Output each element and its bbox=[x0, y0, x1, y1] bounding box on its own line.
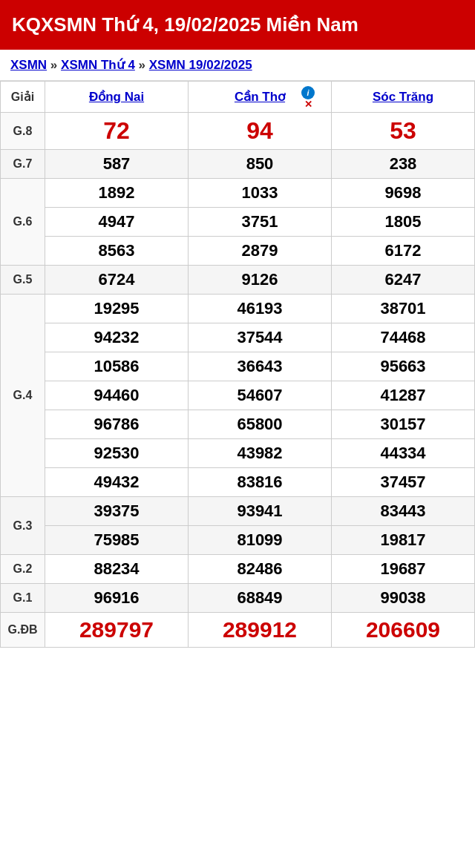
table-row-g6-1: G.6 1892 1033 9698 bbox=[1, 179, 475, 208]
gdb-dong-nai: 289797 bbox=[45, 613, 189, 648]
g4-dong-nai-5: 96786 bbox=[45, 410, 189, 439]
close-icon[interactable]: ✕ bbox=[301, 99, 315, 109]
table-row-g3-1: G.3 39375 93941 83443 bbox=[1, 497, 475, 526]
table-row-g4-4: 94460 54607 41287 bbox=[1, 381, 475, 410]
g7-can-tho: 850 bbox=[189, 150, 332, 179]
g6-can-tho-1: 1033 bbox=[189, 179, 332, 208]
g4-dong-nai-2: 94232 bbox=[45, 323, 189, 352]
giai-label-g5: G.5 bbox=[1, 266, 45, 295]
g6-can-tho-3: 2879 bbox=[189, 237, 332, 266]
table-row-g6-3: 8563 2879 6172 bbox=[1, 237, 475, 266]
giai-label-gdb: G.ĐB bbox=[1, 613, 45, 648]
info-icon[interactable]: i bbox=[301, 86, 315, 99]
g4-can-tho-7: 83816 bbox=[189, 468, 332, 497]
g8-soc-trang: 53 bbox=[332, 113, 475, 150]
table-row-g3-2: 75985 81099 19817 bbox=[1, 526, 475, 555]
giai-label-g3: G.3 bbox=[1, 497, 45, 555]
table-row-gdb: G.ĐB 289797 289912 206609 bbox=[1, 613, 475, 648]
g6-soc-trang-3: 6172 bbox=[332, 237, 475, 266]
g3-can-tho-1: 93941 bbox=[189, 497, 332, 526]
g2-soc-trang: 19687 bbox=[332, 555, 475, 584]
g4-soc-trang-6: 44334 bbox=[332, 439, 475, 468]
g6-soc-trang-2: 1805 bbox=[332, 208, 475, 237]
table-row-g2: G.2 88234 82486 19687 bbox=[1, 555, 475, 584]
g2-dong-nai: 88234 bbox=[45, 555, 189, 584]
g8-dong-nai: 72 bbox=[45, 113, 189, 150]
col-header-dong-nai[interactable]: Đồng Nai bbox=[45, 82, 189, 113]
breadcrumb-xsmn-date[interactable]: XSMN 19/02/2025 bbox=[149, 58, 252, 72]
g4-dong-nai-7: 49432 bbox=[45, 468, 189, 497]
g3-soc-trang-2: 19817 bbox=[332, 526, 475, 555]
col-header-soc-trang[interactable]: Sóc Trăng bbox=[332, 82, 475, 113]
g1-dong-nai: 96916 bbox=[45, 584, 189, 613]
table-row-g4-5: 96786 65800 30157 bbox=[1, 410, 475, 439]
giai-label-g4: G.4 bbox=[1, 295, 45, 497]
g4-can-tho-2: 37544 bbox=[189, 323, 332, 352]
g4-can-tho-4: 54607 bbox=[189, 381, 332, 410]
results-table: Giải Đồng Nai Cần Thơ i ✕ Sóc Trăng G.8 … bbox=[0, 81, 475, 648]
g4-can-tho-6: 43982 bbox=[189, 439, 332, 468]
table-row-g4-3: 10586 36643 95663 bbox=[1, 352, 475, 381]
col-header-can-tho[interactable]: Cần Thơ i ✕ bbox=[189, 82, 332, 113]
g4-dong-nai-1: 19295 bbox=[45, 295, 189, 323]
g7-dong-nai: 587 bbox=[45, 150, 189, 179]
g6-dong-nai-1: 1892 bbox=[45, 179, 189, 208]
g6-can-tho-2: 3751 bbox=[189, 208, 332, 237]
g4-can-tho-1: 46193 bbox=[189, 295, 332, 323]
g4-soc-trang-7: 37457 bbox=[332, 468, 475, 497]
table-row-g4-1: G.4 19295 46193 38701 bbox=[1, 295, 475, 323]
col-header-giai: Giải bbox=[1, 82, 45, 113]
g3-can-tho-2: 81099 bbox=[189, 526, 332, 555]
g5-soc-trang: 6247 bbox=[332, 266, 475, 295]
gdb-soc-trang: 206609 bbox=[332, 613, 475, 648]
breadcrumb: XSMN » XSMN Thứ 4 » XSMN 19/02/2025 bbox=[0, 50, 475, 81]
g2-can-tho: 82486 bbox=[189, 555, 332, 584]
g6-dong-nai-3: 8563 bbox=[45, 237, 189, 266]
giai-label-g8: G.8 bbox=[1, 113, 45, 150]
g6-dong-nai-2: 4947 bbox=[45, 208, 189, 237]
g4-can-tho-3: 36643 bbox=[189, 352, 332, 381]
table-row-g4-6: 92530 43982 44334 bbox=[1, 439, 475, 468]
table-row-g8: G.8 72 94 53 bbox=[1, 113, 475, 150]
giai-label-g1: G.1 bbox=[1, 584, 45, 613]
g4-dong-nai-3: 10586 bbox=[45, 352, 189, 381]
g4-dong-nai-6: 92530 bbox=[45, 439, 189, 468]
gdb-can-tho: 289912 bbox=[189, 613, 332, 648]
table-row-g1: G.1 96916 68849 99038 bbox=[1, 584, 475, 613]
header-title: KQXSMN Thứ 4, 19/02/2025 Miền Nam bbox=[12, 13, 358, 36]
g4-soc-trang-4: 41287 bbox=[332, 381, 475, 410]
g4-soc-trang-5: 30157 bbox=[332, 410, 475, 439]
g3-soc-trang-1: 83443 bbox=[332, 497, 475, 526]
g4-soc-trang-3: 95663 bbox=[332, 352, 475, 381]
table-row-g7: G.7 587 850 238 bbox=[1, 150, 475, 179]
table-row-g5: G.5 6724 9126 6247 bbox=[1, 266, 475, 295]
giai-label-g6: G.6 bbox=[1, 179, 45, 266]
g4-soc-trang-1: 38701 bbox=[332, 295, 475, 323]
giai-label-g2: G.2 bbox=[1, 555, 45, 584]
g3-dong-nai-2: 75985 bbox=[45, 526, 189, 555]
g8-can-tho: 94 bbox=[189, 113, 332, 150]
g4-soc-trang-2: 74468 bbox=[332, 323, 475, 352]
table-row-g4-2: 94232 37544 74468 bbox=[1, 323, 475, 352]
g3-dong-nai-1: 39375 bbox=[45, 497, 189, 526]
g4-can-tho-5: 65800 bbox=[189, 410, 332, 439]
g1-can-tho: 68849 bbox=[189, 584, 332, 613]
g7-soc-trang: 238 bbox=[332, 150, 475, 179]
breadcrumb-xsmn-thu4[interactable]: XSMN Thứ 4 bbox=[61, 58, 135, 72]
giai-label-g7: G.7 bbox=[1, 150, 45, 179]
table-row-g4-7: 49432 83816 37457 bbox=[1, 468, 475, 497]
g6-soc-trang-1: 9698 bbox=[332, 179, 475, 208]
g5-dong-nai: 6724 bbox=[45, 266, 189, 295]
table-row-g6-2: 4947 3751 1805 bbox=[1, 208, 475, 237]
breadcrumb-xsmn[interactable]: XSMN bbox=[10, 58, 47, 72]
header: KQXSMN Thứ 4, 19/02/2025 Miền Nam bbox=[0, 0, 475, 50]
g4-dong-nai-4: 94460 bbox=[45, 381, 189, 410]
g5-can-tho: 9126 bbox=[189, 266, 332, 295]
g1-soc-trang: 99038 bbox=[332, 584, 475, 613]
